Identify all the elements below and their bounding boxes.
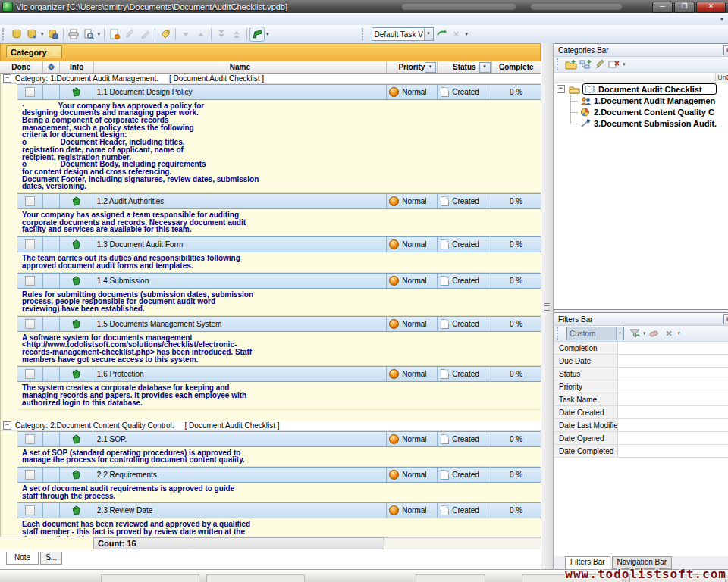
done-checkbox[interactable]: [25, 434, 35, 444]
collapse-icon[interactable]: −: [3, 421, 11, 430]
task-row[interactable]: 1.1 Document Design Policy Normal Create…: [17, 84, 541, 100]
status-value: Created: [452, 435, 479, 443]
move-up-icon[interactable]: [194, 27, 208, 41]
done-checkbox[interactable]: [25, 319, 35, 329]
task-note: Each document has been reviewed and appr…: [17, 518, 541, 537]
task-row[interactable]: 1.5 Documents Management System Normal C…: [17, 316, 541, 332]
column-header-priority[interactable]: Priority▼: [387, 61, 438, 73]
move-to-top-icon[interactable]: [230, 27, 243, 41]
column-header-priority-flag[interactable]: [43, 61, 61, 73]
group-row[interactable]: − Category: 1.Document Audit Management.…: [1, 74, 541, 84]
task-row[interactable]: 1.2 Audit Authorities Normal Created 0 %: [17, 193, 541, 209]
clear-view-icon[interactable]: ✕: [450, 27, 463, 41]
vertical-splitter[interactable]: [541, 43, 554, 570]
collapse-icon[interactable]: −: [557, 85, 565, 93]
reset-filter-icon[interactable]: ✕: [663, 327, 676, 340]
task-view-combo[interactable]: Default Task V ▼: [372, 27, 434, 41]
taskbar-button[interactable]: [416, 574, 485, 582]
complete-value: 0 %: [491, 274, 541, 288]
panel-float-icon[interactable]: ▣: [723, 45, 728, 55]
edit-task-icon[interactable]: [123, 27, 136, 41]
minimize-button[interactable]: ─: [652, 2, 673, 13]
tree-category-row[interactable]: 3.Document Submission Audit. 3 3: [554, 117, 728, 129]
maximize-button[interactable]: ❐: [674, 2, 695, 13]
tag-icon[interactable]: [158, 27, 172, 41]
edit-category-icon[interactable]: [593, 58, 606, 70]
tree-root-row[interactable]: − Document Audit Checklist 16 16: [554, 83, 728, 95]
filter-row: Date Created ▼: [554, 406, 728, 419]
task-row[interactable]: 2.2 Requirements. Normal Created 0 %: [17, 467, 541, 483]
menubar-options-icon[interactable]: ▾: [720, 16, 723, 23]
toolbar-options-icon[interactable]: ▾: [466, 31, 469, 37]
filter-value-field[interactable]: [618, 380, 728, 393]
priority-filter-dropdown-icon[interactable]: ▼: [425, 62, 436, 73]
combo-dropdown-icon[interactable]: ▼: [424, 28, 433, 40]
column-header-info[interactable]: Info: [60, 61, 94, 73]
task-row[interactable]: 2.3 Review Date Normal Created 0 %: [17, 502, 541, 518]
add-category-icon[interactable]: [579, 58, 592, 70]
filter-value-field[interactable]: [618, 368, 728, 380]
print-preview-icon[interactable]: [82, 27, 96, 41]
print-dropdown-icon[interactable]: ▾: [98, 31, 101, 37]
filter-value-field[interactable]: [618, 355, 728, 367]
task-row[interactable]: 1.3 Document Audit Form Normal Created 0…: [17, 236, 541, 252]
done-checkbox[interactable]: [25, 276, 35, 286]
task-view-dropdown-icon[interactable]: ▾: [266, 31, 269, 37]
task-row[interactable]: 1.6 Protection Normal Created 0 %: [17, 366, 541, 382]
move-to-bottom-icon[interactable]: [215, 27, 228, 41]
open-database-icon[interactable]: [25, 27, 39, 41]
clear-filter-icon[interactable]: [648, 327, 661, 340]
filter-value-field[interactable]: [618, 419, 728, 431]
task-view-icon[interactable]: [250, 27, 264, 41]
filter-value-field[interactable]: [618, 432, 728, 444]
new-database-icon[interactable]: [10, 27, 24, 41]
filter-preset-combo[interactable]: Custom ▾: [566, 327, 624, 340]
tree-category-row[interactable]: 2.Document Content Quality C 7 7: [554, 106, 728, 117]
tab-note[interactable]: Note: [6, 552, 39, 565]
done-checkbox[interactable]: [25, 196, 35, 206]
group-by-bar: Category △: [0, 43, 541, 61]
group-by-category-chip[interactable]: Category △: [6, 45, 62, 58]
save-database-icon[interactable]: [46, 27, 60, 41]
tree-category-row[interactable]: 1.Document Audit Managemen 6 6: [554, 95, 728, 106]
panel-float-icon[interactable]: ▣: [723, 314, 728, 324]
filter-dropdown-icon[interactable]: ▾: [643, 330, 646, 336]
move-down-icon[interactable]: [179, 27, 193, 41]
column-header-done[interactable]: Done: [0, 61, 43, 73]
done-checkbox[interactable]: [25, 87, 35, 97]
done-checkbox[interactable]: [25, 239, 35, 249]
done-checkbox[interactable]: [25, 470, 35, 480]
new-task-icon[interactable]: [108, 27, 121, 41]
add-group-icon[interactable]: [564, 58, 577, 70]
taskbar-button[interactable]: [101, 574, 199, 582]
done-checkbox[interactable]: [25, 505, 35, 515]
apply-filter-icon[interactable]: [628, 327, 641, 340]
column-undone[interactable]: UnD...: [715, 73, 728, 83]
filter-value-field[interactable]: [618, 393, 728, 405]
column-header-status[interactable]: Status▼: [438, 61, 491, 73]
collapse-icon[interactable]: −: [3, 74, 11, 83]
group-row[interactable]: − Category: 2.Document Content Quality C…: [1, 421, 541, 431]
filter-value-field[interactable]: [618, 342, 728, 354]
delete-category-icon[interactable]: [607, 58, 620, 70]
filter-value-field[interactable]: [618, 445, 728, 457]
status-filter-dropdown-icon[interactable]: ▼: [479, 62, 491, 73]
open-database-dropdown-icon[interactable]: ▾: [41, 31, 44, 37]
taskbar-button[interactable]: [206, 574, 305, 582]
preset-spinner-icon[interactable]: ▾: [616, 327, 623, 340]
tab-subtasks[interactable]: S...: [40, 552, 62, 565]
print-icon[interactable]: [67, 27, 80, 41]
column-header-complete[interactable]: Complete: [492, 61, 541, 73]
app-icon: [2, 2, 13, 12]
apply-view-icon[interactable]: [435, 27, 448, 41]
categories-toolbar-options-icon[interactable]: ▾: [623, 61, 626, 67]
done-checkbox[interactable]: [25, 369, 35, 379]
close-button[interactable]: ✕: [696, 2, 726, 13]
task-row[interactable]: 1.4 Submission Normal Created 0 %: [17, 273, 541, 289]
task-row[interactable]: 2.1 SOP. Normal Created 0 %: [17, 431, 541, 447]
filters-toolbar-options-icon[interactable]: ▾: [678, 330, 681, 336]
main-toolbar: ▾ ▾ ▾ Default Task V ▼ ✕ ▾: [0, 25, 728, 44]
delete-task-icon[interactable]: [138, 27, 152, 41]
filter-value-field[interactable]: [618, 406, 728, 418]
column-header-name[interactable]: Name: [94, 61, 387, 73]
